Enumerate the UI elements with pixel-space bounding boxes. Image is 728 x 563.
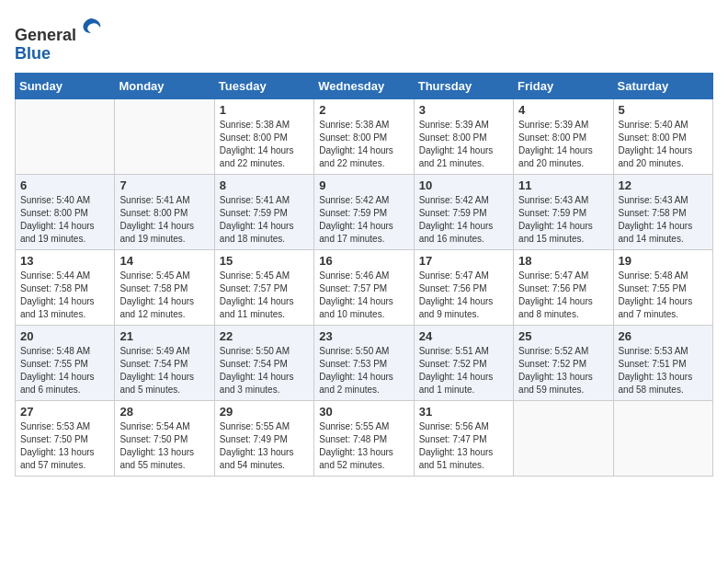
logo-general: General: [15, 26, 76, 44]
page-header: General Blue: [15, 15, 713, 63]
day-info: Sunrise: 5:50 AM Sunset: 7:54 PM Dayligh…: [220, 345, 309, 396]
calendar-day-cell: 18Sunrise: 5:47 AM Sunset: 7:56 PM Dayli…: [514, 249, 613, 325]
calendar-day-cell: [613, 400, 712, 476]
calendar-day-cell: 16Sunrise: 5:46 AM Sunset: 7:57 PM Dayli…: [314, 249, 414, 325]
day-number: 29: [220, 405, 309, 419]
calendar-day-cell: 7Sunrise: 5:41 AM Sunset: 8:00 PM Daylig…: [115, 174, 214, 249]
calendar-day-cell: 27Sunrise: 5:53 AM Sunset: 7:50 PM Dayli…: [16, 400, 115, 476]
logo: General Blue: [15, 15, 104, 63]
day-info: Sunrise: 5:51 AM Sunset: 7:52 PM Dayligh…: [419, 345, 508, 396]
day-number: 10: [419, 178, 508, 192]
calendar-week-row: 6Sunrise: 5:40 AM Sunset: 8:00 PM Daylig…: [16, 174, 713, 249]
day-info: Sunrise: 5:43 AM Sunset: 7:59 PM Dayligh…: [518, 194, 608, 246]
calendar-day-cell: 22Sunrise: 5:50 AM Sunset: 7:54 PM Dayli…: [214, 325, 313, 400]
day-info: Sunrise: 5:55 AM Sunset: 7:49 PM Dayligh…: [220, 420, 309, 472]
day-of-week-header: Monday: [115, 73, 214, 98]
calendar-day-cell: 26Sunrise: 5:53 AM Sunset: 7:51 PM Dayli…: [613, 325, 712, 400]
day-number: 6: [20, 178, 109, 192]
day-of-week-header: Saturday: [613, 73, 712, 98]
calendar-day-cell: [115, 98, 214, 174]
day-info: Sunrise: 5:40 AM Sunset: 8:00 PM Dayligh…: [20, 194, 109, 246]
logo-bird-icon: [78, 15, 104, 40]
calendar-day-cell: 12Sunrise: 5:43 AM Sunset: 7:58 PM Dayli…: [613, 174, 712, 249]
day-number: 9: [319, 178, 408, 192]
day-number: 19: [619, 254, 708, 268]
day-number: 16: [319, 254, 408, 268]
calendar-table: SundayMondayTuesdayWednesdayThursdayFrid…: [15, 73, 713, 477]
day-number: 7: [119, 178, 209, 192]
day-info: Sunrise: 5:50 AM Sunset: 7:53 PM Dayligh…: [319, 345, 408, 396]
calendar-day-cell: [16, 98, 115, 174]
day-number: 5: [619, 103, 708, 117]
day-info: Sunrise: 5:39 AM Sunset: 8:00 PM Dayligh…: [419, 119, 508, 170]
day-info: Sunrise: 5:42 AM Sunset: 7:59 PM Dayligh…: [419, 194, 508, 246]
day-info: Sunrise: 5:52 AM Sunset: 7:52 PM Dayligh…: [518, 345, 608, 396]
day-info: Sunrise: 5:45 AM Sunset: 7:57 PM Dayligh…: [220, 270, 309, 321]
day-number: 18: [518, 254, 608, 268]
day-info: Sunrise: 5:40 AM Sunset: 8:00 PM Dayligh…: [619, 119, 708, 170]
calendar-day-cell: 23Sunrise: 5:50 AM Sunset: 7:53 PM Dayli…: [314, 325, 414, 400]
calendar-day-cell: 13Sunrise: 5:44 AM Sunset: 7:58 PM Dayli…: [16, 249, 115, 325]
calendar-day-cell: 25Sunrise: 5:52 AM Sunset: 7:52 PM Dayli…: [514, 325, 613, 400]
calendar-day-cell: 6Sunrise: 5:40 AM Sunset: 8:00 PM Daylig…: [16, 174, 115, 249]
calendar-day-cell: 14Sunrise: 5:45 AM Sunset: 7:58 PM Dayli…: [115, 249, 214, 325]
calendar-day-cell: 15Sunrise: 5:45 AM Sunset: 7:57 PM Dayli…: [214, 249, 313, 325]
calendar-day-cell: [514, 400, 613, 476]
day-info: Sunrise: 5:39 AM Sunset: 8:00 PM Dayligh…: [518, 119, 608, 170]
calendar-day-cell: 4Sunrise: 5:39 AM Sunset: 8:00 PM Daylig…: [514, 98, 613, 174]
calendar-day-cell: 8Sunrise: 5:41 AM Sunset: 7:59 PM Daylig…: [214, 174, 313, 249]
calendar-week-row: 20Sunrise: 5:48 AM Sunset: 7:55 PM Dayli…: [16, 325, 713, 400]
day-info: Sunrise: 5:43 AM Sunset: 7:58 PM Dayligh…: [619, 194, 708, 246]
day-info: Sunrise: 5:47 AM Sunset: 7:56 PM Dayligh…: [419, 270, 508, 321]
calendar-day-cell: 31Sunrise: 5:56 AM Sunset: 7:47 PM Dayli…: [414, 400, 513, 476]
calendar-day-cell: 28Sunrise: 5:54 AM Sunset: 7:50 PM Dayli…: [115, 400, 214, 476]
day-of-week-header: Thursday: [414, 73, 513, 98]
day-of-week-header: Tuesday: [214, 73, 313, 98]
day-info: Sunrise: 5:46 AM Sunset: 7:57 PM Dayligh…: [319, 270, 408, 321]
day-number: 31: [419, 405, 508, 419]
day-number: 11: [518, 178, 608, 192]
day-number: 1: [220, 103, 309, 117]
day-info: Sunrise: 5:38 AM Sunset: 8:00 PM Dayligh…: [319, 119, 408, 170]
calendar-day-cell: 17Sunrise: 5:47 AM Sunset: 7:56 PM Dayli…: [414, 249, 513, 325]
day-number: 8: [220, 178, 309, 192]
day-number: 2: [319, 103, 408, 117]
day-number: 26: [619, 329, 708, 343]
day-info: Sunrise: 5:38 AM Sunset: 8:00 PM Dayligh…: [220, 119, 309, 170]
day-number: 12: [619, 178, 708, 192]
calendar-day-cell: 30Sunrise: 5:55 AM Sunset: 7:48 PM Dayli…: [314, 400, 414, 476]
day-number: 27: [20, 405, 109, 419]
calendar-day-cell: 9Sunrise: 5:42 AM Sunset: 7:59 PM Daylig…: [314, 174, 414, 249]
day-number: 20: [20, 329, 109, 343]
calendar-day-cell: 29Sunrise: 5:55 AM Sunset: 7:49 PM Dayli…: [214, 400, 313, 476]
day-info: Sunrise: 5:48 AM Sunset: 7:55 PM Dayligh…: [619, 270, 708, 321]
calendar-day-cell: 20Sunrise: 5:48 AM Sunset: 7:55 PM Dayli…: [16, 325, 115, 400]
day-number: 4: [518, 103, 608, 117]
day-number: 3: [419, 103, 508, 117]
logo-blue: Blue: [15, 44, 51, 63]
day-info: Sunrise: 5:53 AM Sunset: 7:50 PM Dayligh…: [20, 420, 109, 472]
day-info: Sunrise: 5:41 AM Sunset: 8:00 PM Dayligh…: [119, 194, 209, 246]
day-info: Sunrise: 5:53 AM Sunset: 7:51 PM Dayligh…: [619, 345, 708, 396]
calendar-day-cell: 24Sunrise: 5:51 AM Sunset: 7:52 PM Dayli…: [414, 325, 513, 400]
day-info: Sunrise: 5:47 AM Sunset: 7:56 PM Dayligh…: [518, 270, 608, 321]
day-info: Sunrise: 5:45 AM Sunset: 7:58 PM Dayligh…: [119, 270, 209, 321]
calendar-day-cell: 5Sunrise: 5:40 AM Sunset: 8:00 PM Daylig…: [613, 98, 712, 174]
calendar-day-cell: 21Sunrise: 5:49 AM Sunset: 7:54 PM Dayli…: [115, 325, 214, 400]
day-info: Sunrise: 5:49 AM Sunset: 7:54 PM Dayligh…: [119, 345, 209, 396]
day-number: 22: [220, 329, 309, 343]
calendar-week-row: 13Sunrise: 5:44 AM Sunset: 7:58 PM Dayli…: [16, 249, 713, 325]
day-info: Sunrise: 5:44 AM Sunset: 7:58 PM Dayligh…: [20, 270, 109, 321]
calendar-week-row: 1Sunrise: 5:38 AM Sunset: 8:00 PM Daylig…: [16, 98, 713, 174]
day-number: 13: [20, 254, 109, 268]
day-number: 24: [419, 329, 508, 343]
day-info: Sunrise: 5:56 AM Sunset: 7:47 PM Dayligh…: [419, 420, 508, 472]
day-info: Sunrise: 5:48 AM Sunset: 7:55 PM Dayligh…: [20, 345, 109, 396]
day-number: 23: [319, 329, 408, 343]
day-info: Sunrise: 5:41 AM Sunset: 7:59 PM Dayligh…: [220, 194, 309, 246]
day-number: 28: [119, 405, 209, 419]
calendar-day-cell: 11Sunrise: 5:43 AM Sunset: 7:59 PM Dayli…: [514, 174, 613, 249]
day-info: Sunrise: 5:42 AM Sunset: 7:59 PM Dayligh…: [319, 194, 408, 246]
calendar-day-cell: 10Sunrise: 5:42 AM Sunset: 7:59 PM Dayli…: [414, 174, 513, 249]
day-number: 30: [319, 405, 408, 419]
